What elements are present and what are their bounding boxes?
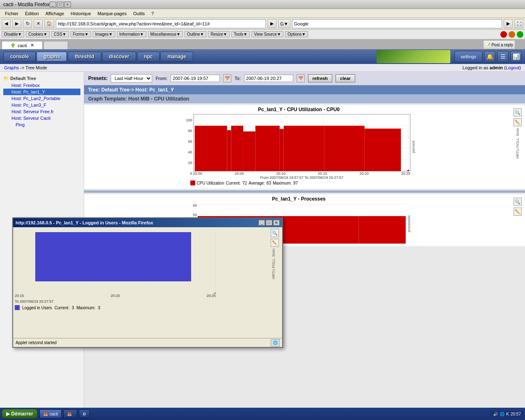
refresh-button[interactable]: refresh <box>308 74 332 82</box>
tree-header: Tree: Default Tree-> Host: Pc_lan1_Y <box>84 85 525 94</box>
host-serveur-free[interactable]: Host: Serveur Free.fr <box>3 108 80 115</box>
dev-cookies[interactable]: Cookies▼ <box>26 31 50 37</box>
taskbar-item-ff2[interactable]: 🦊 <box>63 409 77 418</box>
menu-help[interactable]: ? <box>148 10 157 17</box>
breadcrumb-graphs[interactable]: Graphs <box>4 65 19 70</box>
y-label-60: 60 <box>186 139 192 144</box>
menu-affichage[interactable]: Affichage <box>42 10 68 17</box>
dev-toolbar: Disable▼ Cookies▼ CSS▼ Forms▼ Images▼ In… <box>0 30 525 39</box>
tab-empty[interactable] <box>43 41 68 49</box>
dev-tools[interactable]: Tools▼ <box>231 31 250 37</box>
nav-manage[interactable]: manage <box>160 52 193 62</box>
menu-outils[interactable]: Outils <box>130 10 148 17</box>
breadcrumb-sep: -> <box>20 65 25 70</box>
x-label-2015: 20:15 <box>318 171 327 176</box>
graph3-edit-icon[interactable]: ✏️ <box>514 208 522 216</box>
graph1-zoom-icon[interactable]: 🔍 <box>514 108 522 116</box>
graph1-edit-icon[interactable]: ✏️ <box>514 118 522 126</box>
menu-edition[interactable]: Édition <box>22 10 42 17</box>
nav-threshld[interactable]: threshld <box>68 52 101 62</box>
search-button[interactable]: G▼ <box>278 19 290 28</box>
x-label-2005: 20:05 <box>235 171 244 176</box>
close-button[interactable]: × <box>64 2 71 7</box>
to-calendar-btn[interactable]: 📅 <box>297 74 305 82</box>
host-freebox[interactable]: Host: Freebox <box>3 82 80 89</box>
address-input[interactable] <box>56 19 266 28</box>
from-calendar-btn[interactable]: 📅 <box>223 74 231 82</box>
host-pc-lan1-y[interactable]: Host: Pc_lan1_Y <box>3 89 80 95</box>
search-go-button[interactable]: ▶ <box>504 19 513 28</box>
popup-restore-button[interactable]: □ <box>266 220 272 226</box>
host-pc-lan3[interactable]: Host: Pc_Lan3_F <box>3 102 80 108</box>
chart-icon-btn[interactable]: 📊 <box>510 51 522 62</box>
y-label-0: 0 <box>186 171 192 176</box>
menu-historique[interactable]: Historique <box>67 10 94 17</box>
from-date-input[interactable] <box>171 75 220 82</box>
tree-root-item[interactable]: 📁 Default Tree <box>3 75 80 82</box>
nav-console[interactable]: console <box>3 52 36 62</box>
menu-fichier[interactable]: Fichier <box>2 10 22 17</box>
fullscreen-button[interactable]: ⛶ <box>514 19 523 28</box>
stop-button[interactable]: ✕ <box>34 19 43 28</box>
dev-misc[interactable]: Miscellaneous▼ <box>148 31 183 37</box>
popup-title-bar: http://192.168.0.5 - Pc_lan1_Y - Logged … <box>13 218 282 227</box>
host-pc-lan2[interactable]: Host: Pc_Lan2_Portable <box>3 95 80 102</box>
graph1-chart: Pc_lan1_Y - CPU Utilization - CPU0 100 8… <box>186 107 412 187</box>
tray-time: 20:57 <box>511 412 521 416</box>
go-button[interactable]: ▶ <box>267 19 276 28</box>
legend-current-label: Current: <box>226 181 241 185</box>
bell-icon-btn[interactable]: 🔔 <box>484 51 495 62</box>
dev-images[interactable]: Images▼ <box>93 31 115 37</box>
taskbar-item-ff1-label: cacti <box>50 412 58 416</box>
svg-rect-28 <box>359 216 406 244</box>
dev-options[interactable]: Options▼ <box>285 31 308 37</box>
svg-rect-37 <box>35 232 191 281</box>
menu-bar: Fichier Édition Affichage Historique Mar… <box>0 9 525 18</box>
dev-disable[interactable]: Disable▼ <box>2 31 24 37</box>
graph1-container: Pc_lan1_Y - CPU Utilization - CPU0 100 8… <box>84 105 525 189</box>
nav-npc[interactable]: npc <box>137 52 160 62</box>
to-date-input[interactable] <box>244 75 293 82</box>
reload-button[interactable]: ↻ <box>23 19 32 28</box>
preset-select[interactable]: Last Half Hour <box>111 74 152 82</box>
forward-button[interactable]: ▶ <box>12 19 21 28</box>
menu-marque-pages[interactable]: Marque-pages <box>94 10 130 17</box>
clear-button[interactable]: clear <box>336 74 355 82</box>
dev-resize[interactable]: Resize▼ <box>208 31 229 37</box>
dev-information[interactable]: Information▼ <box>117 31 146 37</box>
dev-outline[interactable]: Outline▼ <box>185 31 207 37</box>
host-serveur-cacti[interactable]: Host: Serveur Cacti <box>3 115 80 121</box>
tab-close-icon[interactable]: ✕ <box>30 43 34 48</box>
post-reply-button[interactable]: 📝 Post a reply <box>483 40 515 49</box>
settings-button[interactable]: settings <box>454 51 482 62</box>
svg-rect-14 <box>231 126 243 171</box>
tab-cacti[interactable]: 🌵 cacti ✕ <box>2 41 43 49</box>
graph2-edit-icon[interactable]: ✏️ <box>271 239 279 247</box>
search-input[interactable] <box>292 19 502 28</box>
taskbar-item-k-icon: ⚙ <box>82 412 86 416</box>
taskbar-item-ff1[interactable]: 🦊 cacti <box>39 409 62 418</box>
sidebar-ping[interactable]: Ping <box>3 121 80 128</box>
nav-discover[interactable]: discover <box>102 52 136 62</box>
svg-rect-13 <box>227 130 231 171</box>
graph3-zoom-icon[interactable]: 🔍 <box>514 198 522 206</box>
nav-graphs[interactable]: graphs <box>37 52 67 62</box>
popup-minimize-button[interactable]: _ <box>258 220 265 226</box>
dev-view-source[interactable]: View Source▼ <box>251 31 283 37</box>
maximize-button[interactable]: □ <box>57 2 64 7</box>
logout-link[interactable]: Logout <box>506 65 520 70</box>
back-button[interactable]: ◀ <box>2 19 11 28</box>
start-button[interactable]: ▶ Démarrer <box>2 409 38 419</box>
popup-close-button[interactable]: ✕ <box>273 220 280 226</box>
section-divider-1 <box>84 190 525 193</box>
dev-css[interactable]: CSS▼ <box>51 31 68 37</box>
taskbar-item-k[interactable]: ⚙ <box>79 409 90 418</box>
tray-icon-k: K <box>506 412 509 416</box>
minimize-button[interactable]: _ <box>50 2 56 7</box>
y3-label-50: 50 <box>186 213 197 217</box>
dev-forms[interactable]: Forms▼ <box>71 31 91 37</box>
graph2-zoom-icon[interactable]: 🔍 <box>271 229 279 237</box>
menu-icon-btn[interactable]: ☰ <box>497 51 509 62</box>
legend-avg-label: Average: <box>249 181 265 185</box>
home-button[interactable]: 🏠 <box>44 19 54 28</box>
